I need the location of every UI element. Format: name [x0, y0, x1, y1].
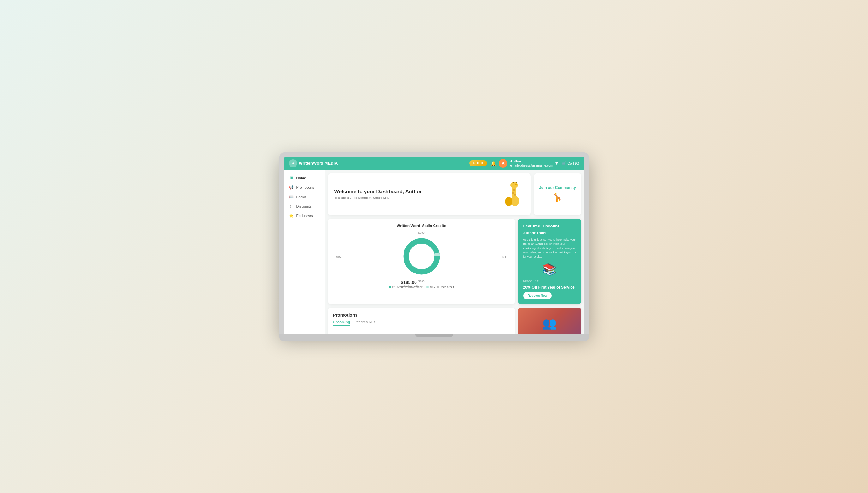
logo-icon: ✦ [289, 159, 297, 168]
svg-point-10 [514, 194, 516, 196]
tab-recently-run[interactable]: Recently Run [354, 320, 375, 326]
notification-icon[interactable]: 🔔 [491, 161, 496, 166]
gold-badge: GOLD [469, 160, 487, 166]
svg-point-1 [505, 197, 512, 206]
giraffe-illustration [496, 179, 524, 210]
sidebar-item-promotions[interactable]: 📢 Promotions [284, 183, 325, 192]
avatar: A [499, 159, 507, 168]
chevron-down-icon[interactable]: ▾ [556, 160, 558, 166]
legend-used-dot [426, 286, 429, 288]
donut-chart: $185.00 available credit [399, 234, 444, 280]
sidebar-item-home[interactable]: ⊞ Home [284, 173, 325, 183]
sidebar-item-exclusives[interactable]: ⭐ Exclusives [284, 211, 325, 220]
logo-area: ✦ WrittenWord MEDIA [289, 159, 338, 168]
promotions-title: Promotions [333, 313, 510, 318]
cart-label: Cart (0) [567, 162, 579, 165]
logo-text: WrittenWord MEDIA [299, 161, 338, 166]
chart-label-right: $50 [502, 256, 506, 259]
promotions-card: Promotions Upcoming Recently Run 🚀 The R… [328, 307, 515, 334]
exclusives-icon: ⭐ [289, 214, 294, 218]
featured-discount-desc: Use this unique service to help make you… [523, 238, 576, 259]
welcome-title: Welcome to your Dashboard, Author [335, 189, 422, 195]
laptop-inner: ✦ WrittenWord MEDIA GOLD 🔔 A Author emai… [284, 157, 584, 334]
chart-label-top: $200 [418, 231, 424, 234]
svg-point-12 [406, 241, 437, 272]
svg-point-7 [513, 182, 514, 183]
user-info: A Author emailaddress@username.com ▾ [499, 159, 558, 168]
community-card[interactable]: Join our Community 🦒 [534, 173, 581, 215]
books-icon: 📖 [289, 195, 294, 199]
featured-discount-card: Featured Discount Author Tools Use this … [518, 219, 581, 305]
credits-title: Written Word Media Credits [333, 223, 510, 228]
chart-amount: $185.00 [399, 280, 418, 285]
community-people-icon: 👥 [543, 317, 557, 330]
user-text: Author emailaddress@username.com [510, 159, 553, 168]
promo-item-0: 🚀 The Roke Discovery (The Roke Series Bo… [333, 332, 510, 334]
chart-legend: $185.00 Available credit $15.00 Used cre… [333, 285, 510, 288]
home-icon: ⊞ [289, 176, 294, 180]
sidebar-item-exclusives-label: Exclusives [297, 214, 313, 218]
laptop-frame: ✦ WrittenWord MEDIA GOLD 🔔 A Author emai… [279, 152, 589, 341]
welcome-subtitle: You are a Gold Member. Smart Move! [335, 196, 422, 200]
header: ✦ WrittenWord MEDIA GOLD 🔔 A Author emai… [284, 157, 584, 170]
header-icons: 🔔 [491, 161, 496, 166]
promotions-icon: 📢 [289, 185, 294, 190]
sidebar-item-promotions-label: Promotions [297, 186, 314, 189]
redeem-button[interactable]: Redeem Now [523, 292, 552, 299]
sidebar-item-discounts-label: Discounts [297, 205, 312, 208]
discount-value: 20% Off First Year of Service [523, 285, 576, 290]
chart-amount-label: available credit [399, 285, 418, 288]
welcome-card: Welcome to your Dashboard, Author You ar… [328, 173, 531, 215]
legend-available-dot [389, 286, 391, 288]
community-invite-card[interactable]: 👥 ‹ › You're Invited! Click below to joi… [518, 307, 581, 334]
featured-discount-subtitle: Author Tools [523, 231, 576, 235]
tab-upcoming[interactable]: Upcoming [333, 320, 350, 326]
books-illustration: 📚 [523, 263, 576, 276]
sidebar: ⊞ Home 📢 Promotions 📖 Books 🏷 Discounts [284, 170, 325, 334]
laptop-base [279, 334, 589, 341]
community-image: 👥 [518, 307, 581, 334]
laptop-screen: ✦ WrittenWord MEDIA GOLD 🔔 A Author emai… [279, 152, 589, 334]
svg-point-6 [516, 182, 517, 183]
main-layout: ⊞ Home 📢 Promotions 📖 Books 🏷 Discounts [284, 170, 584, 334]
community-card-icon: 🦒 [552, 192, 563, 203]
chart-label-bottom: $100 [418, 280, 424, 283]
community-card-title: Join our Community [539, 186, 576, 190]
welcome-text: Welcome to your Dashboard, Author You ar… [335, 189, 422, 200]
cart-icon: 🛒 [562, 161, 566, 165]
chart-label-left: $150 [336, 256, 343, 259]
promo-tabs: Upcoming Recently Run [333, 320, 510, 328]
sidebar-item-books-label: Books [297, 195, 306, 199]
welcome-section: Welcome to your Dashboard, Author You ar… [328, 173, 581, 215]
featured-discount-title: Featured Discount [523, 223, 576, 228]
main-content: Welcome to your Dashboard, Author You ar… [325, 170, 584, 334]
svg-point-9 [513, 189, 515, 191]
bottom-row: Promotions Upcoming Recently Run 🚀 The R… [328, 307, 581, 334]
credits-card: Written Word Media Credits $200 $50 $100… [328, 219, 515, 305]
sidebar-item-discounts[interactable]: 🏷 Discounts [284, 201, 325, 211]
svg-point-11 [512, 192, 514, 194]
legend-used: $15.00 Used credit [426, 285, 454, 288]
svg-point-8 [515, 184, 517, 185]
chart-center: $185.00 available credit [399, 280, 418, 288]
discounts-icon: 🏷 [289, 204, 294, 209]
discount-label: DISCOUNT [523, 280, 576, 283]
sidebar-item-books[interactable]: 📖 Books [284, 192, 325, 201]
middle-row: Written Word Media Credits $200 $50 $100… [328, 219, 581, 305]
cart-area[interactable]: 🛒 Cart (0) [562, 161, 579, 165]
sidebar-item-home-label: Home [297, 176, 306, 180]
